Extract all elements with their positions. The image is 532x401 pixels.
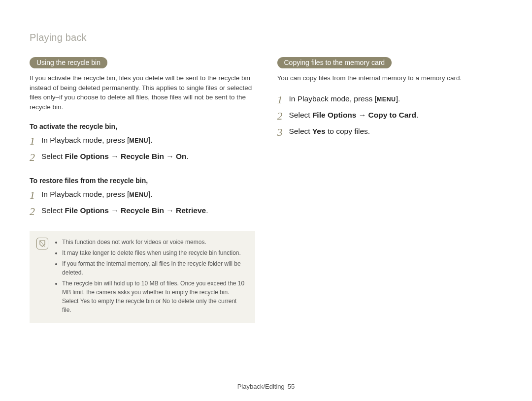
note-bold-yes: Yes [80, 298, 90, 305]
section-pill-copy-card: Copying files to the memory card [277, 57, 392, 68]
manual-page: Playing back Using the recycle bin If yo… [0, 0, 532, 323]
footer-page-number: 55 [288, 383, 295, 390]
step-bold-path: File Options → Recycle Bin → On [65, 152, 186, 160]
step-bold-path: File Options → Recycle Bin → Retrieve [65, 206, 206, 215]
step-bold-yes: Yes [312, 127, 326, 135]
note-list: This function does not work for videos o… [54, 238, 247, 316]
step-text-post: ]. [396, 94, 400, 103]
note-item: If you format the internal memory, all f… [62, 259, 247, 277]
step-text: In Playback mode, press [MENU]. [289, 94, 503, 104]
step-text: In Playback mode, press [MENU]. [41, 189, 255, 200]
step-activate-2: 2 Select File Options → Recycle Bin → On… [30, 152, 255, 163]
copy-card-description: You can copy files from the internal mem… [277, 73, 503, 83]
step-text: Select Yes to copy files. [289, 126, 503, 137]
note-bold-no: No [163, 298, 170, 305]
step-text-post: . [206, 206, 208, 215]
step-text-post: ]. [148, 190, 153, 198]
step-text: Select File Options → Recycle Bin → Retr… [41, 206, 255, 216]
step-text-post: . [416, 111, 418, 119]
note-item: The recycle bin will hold up to 10 MB of… [62, 279, 247, 314]
menu-label: MENU [129, 137, 148, 144]
step-text-pre: Select [289, 111, 312, 119]
step-number: 2 [277, 111, 289, 122]
step-text-pre: In Playback mode, press [ [41, 136, 129, 144]
footer-section: Playback/Editing [237, 383, 285, 390]
note-item: It may take longer to delete files when … [62, 248, 247, 257]
step-text: Select File Options → Copy to Card. [289, 110, 503, 121]
subhead-restore: To restore files from the recycle bin, [30, 177, 255, 185]
svg-line-0 [40, 241, 45, 247]
step-number: 3 [277, 127, 289, 138]
step-copy-1: 1 In Playback mode, press [MENU]. [277, 94, 503, 105]
step-copy-3: 3 Select Yes to copy files. [277, 126, 503, 138]
note-box: This function does not work for videos o… [30, 231, 255, 323]
step-text-pre: In Playback mode, press [ [289, 94, 377, 103]
menu-label: MENU [377, 96, 396, 103]
step-text-pre: In Playback mode, press [ [41, 190, 129, 198]
menu-label: MENU [129, 191, 148, 198]
step-text-post: to copy files. [326, 127, 370, 135]
content-columns: Using the recycle bin If you activate th… [30, 57, 502, 323]
section-pill-recycle-bin: Using the recycle bin [30, 57, 107, 68]
step-text-post: . [187, 152, 189, 160]
step-text-pre: Select [41, 152, 65, 160]
step-text: Select File Options → Recycle Bin → On. [41, 152, 255, 162]
step-bold-path: File Options → Copy to Card [312, 111, 416, 119]
step-text-post: ]. [148, 136, 153, 144]
step-text-pre: Select [41, 206, 65, 215]
subhead-activate: To activate the recycle bin, [30, 123, 255, 130]
step-restore-1: 1 In Playback mode, press [MENU]. [30, 189, 255, 201]
right-column: Copying files to the memory card You can… [277, 57, 503, 323]
left-column: Using the recycle bin If you activate th… [30, 57, 255, 323]
step-activate-1: 1 In Playback mode, press [MENU]. [30, 135, 255, 147]
step-number: 1 [277, 94, 289, 105]
step-number: 2 [30, 152, 41, 163]
recycle-bin-description: If you activate the recycle bin, files y… [30, 73, 255, 112]
step-text-pre: Select [289, 127, 312, 135]
step-number: 1 [30, 190, 41, 201]
step-number: 2 [30, 206, 41, 217]
note-text: to empty the recycle bin or [90, 298, 162, 305]
page-footer: Playback/Editing55 [0, 383, 532, 390]
page-header: Playing back [30, 32, 502, 43]
note-item: This function does not work for videos o… [62, 238, 247, 247]
step-copy-2: 2 Select File Options → Copy to Card. [277, 110, 503, 122]
step-restore-2: 2 Select File Options → Recycle Bin → Re… [30, 206, 255, 217]
step-number: 1 [30, 136, 41, 147]
note-icon [36, 238, 48, 249]
step-text: In Playback mode, press [MENU]. [41, 135, 255, 146]
